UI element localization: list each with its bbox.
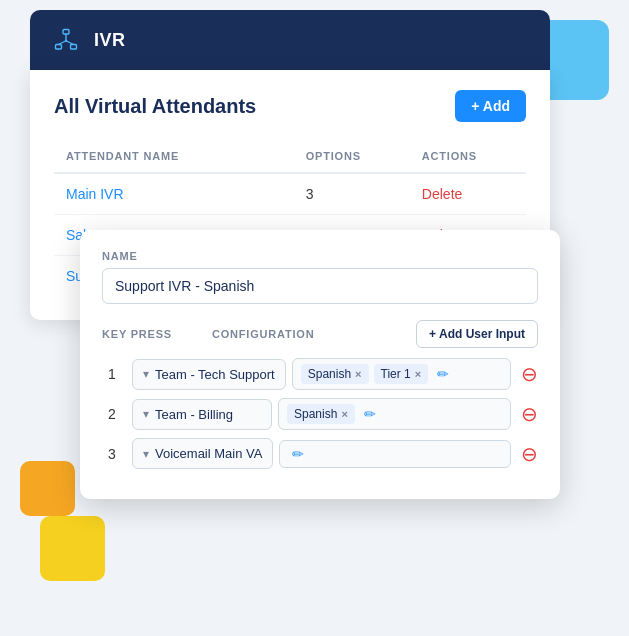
config-rows: 1 ▾ Team - Tech Support Spanish × Tier 1…: [102, 358, 538, 469]
header-bar: IVR: [30, 10, 550, 70]
tags-wrapper: Spanish × Tier 1 × ✏: [292, 358, 511, 390]
svg-point-6: [65, 40, 67, 42]
config-row: 3 ▾ Voicemail Main VA ✏ ⊖: [102, 438, 538, 469]
add-attendant-button[interactable]: + Add: [455, 90, 526, 122]
options-count: 3: [294, 173, 410, 215]
svg-rect-1: [56, 45, 62, 50]
page-title: IVR: [94, 30, 126, 51]
remove-icon[interactable]: ⊖: [521, 364, 538, 384]
config-row-inner: ▾ Team - Billing Spanish × ✏: [132, 398, 511, 430]
remove-icon[interactable]: ⊖: [521, 404, 538, 424]
bg-decoration-yellow: [40, 516, 105, 581]
select-option[interactable]: ▾ Voicemail Main VA: [132, 438, 273, 469]
key-press-label: KEY PRESS: [102, 328, 172, 340]
config-row-inner: ▾ Voicemail Main VA ✏: [132, 438, 511, 469]
edit-icon[interactable]: ✏: [437, 366, 449, 382]
tag-close-icon[interactable]: ×: [415, 368, 421, 380]
col-header-actions: ACTIONS: [410, 142, 526, 173]
tags-wrapper: ✏: [279, 440, 511, 468]
svg-line-5: [66, 41, 74, 45]
edit-icon[interactable]: ✏: [364, 406, 376, 422]
card-header: All Virtual Attendants + Add: [54, 90, 526, 122]
select-option[interactable]: ▾ Team - Tech Support: [132, 359, 286, 390]
remove-icon[interactable]: ⊖: [521, 444, 538, 464]
config-header: KEY PRESS CONFIGURATION + Add User Input: [102, 320, 538, 348]
chevron-down-icon: ▾: [143, 407, 149, 421]
attendant-link[interactable]: Main IVR: [66, 186, 124, 202]
bg-decoration-orange: [20, 461, 75, 516]
config-row: 1 ▾ Team - Tech Support Spanish × Tier 1…: [102, 358, 538, 390]
select-value: Team - Tech Support: [155, 367, 275, 382]
key-press-number: 1: [102, 366, 122, 382]
tags-wrapper: Spanish × ✏: [278, 398, 511, 430]
tag-close-icon[interactable]: ×: [355, 368, 361, 380]
key-press-number: 2: [102, 406, 122, 422]
svg-line-4: [59, 41, 67, 45]
svg-rect-0: [63, 30, 69, 35]
table-row: Main IVR 3 Delete: [54, 173, 526, 215]
add-user-input-button[interactable]: + Add User Input: [416, 320, 538, 348]
key-press-number: 3: [102, 446, 122, 462]
svg-rect-2: [71, 45, 77, 50]
chevron-down-icon: ▾: [143, 447, 149, 461]
col-header-options: OPTIONS: [294, 142, 410, 173]
config-row: 2 ▾ Team - Billing Spanish × ✏ ⊖: [102, 398, 538, 430]
name-input[interactable]: [102, 268, 538, 304]
config-row-inner: ▾ Team - Tech Support Spanish × Tier 1 ×…: [132, 358, 511, 390]
tag: Spanish ×: [301, 364, 369, 384]
config-column-labels: KEY PRESS CONFIGURATION: [102, 328, 314, 340]
select-option[interactable]: ▾ Team - Billing: [132, 399, 272, 430]
detail-card: NAME KEY PRESS CONFIGURATION + Add User …: [80, 230, 560, 499]
name-label: NAME: [102, 250, 538, 262]
select-value: Team - Billing: [155, 407, 261, 422]
tag: Spanish ×: [287, 404, 355, 424]
configuration-label: CONFIGURATION: [212, 328, 314, 340]
select-value: Voicemail Main VA: [155, 446, 262, 461]
tag: Tier 1 ×: [374, 364, 429, 384]
chevron-down-icon: ▾: [143, 367, 149, 381]
edit-icon[interactable]: ✏: [292, 446, 304, 462]
network-icon: [50, 24, 82, 56]
col-header-name: ATTENDANT NAME: [54, 142, 294, 173]
delete-link[interactable]: Delete: [422, 186, 462, 202]
tag-close-icon[interactable]: ×: [341, 408, 347, 420]
card-title: All Virtual Attendants: [54, 95, 256, 118]
